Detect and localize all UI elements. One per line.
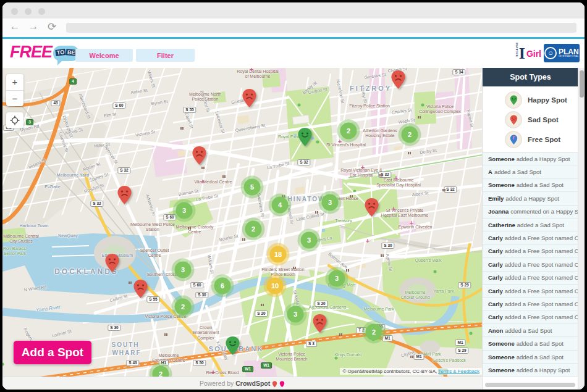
spot-cluster-marker[interactable]: 10	[267, 278, 284, 294]
spot-cluster-marker[interactable]: 3	[329, 270, 345, 287]
sidebar-title: Spot Types	[483, 68, 578, 86]
window-zoom-button[interactable]	[38, 8, 45, 15]
feed-action: added a Sad Spot	[517, 181, 564, 188]
sad-pin-icon	[192, 146, 207, 166]
feed-item[interactable]: Someoneadded a Happy Spot	[483, 152, 578, 165]
sad-spot-marker[interactable]	[133, 279, 148, 302]
welcome-button[interactable]: Welcome	[75, 49, 133, 62]
sad-spot-marker[interactable]	[192, 146, 207, 169]
sad-pin-icon	[510, 115, 518, 125]
vertical-scrollbar-thumb[interactable]	[580, 70, 584, 98]
feed-item[interactable]: Catherineadded a Sad Spot	[483, 219, 578, 231]
feed-item[interactable]: Carlyadded a Free Spot named Carly	[483, 311, 578, 324]
feed-item[interactable]: Someoneadded a Sad Spot	[483, 351, 578, 364]
route-shield: S 29	[458, 282, 471, 288]
freetobe-logo[interactable]: FREETOBE	[10, 43, 79, 65]
spot-cluster-marker[interactable]: 5	[244, 179, 261, 196]
route-shield: 3	[26, 119, 33, 125]
feed-item[interactable]: Anonadded a Sad Spot	[483, 324, 578, 337]
feed-item[interactable]: Someoneadded a Happy Spot	[483, 364, 578, 377]
area-label: SOUTH	[112, 341, 140, 348]
feed-item[interactable]: Emilyadded a Happy Spot	[483, 192, 578, 205]
feed-item[interactable]: Carlyadded a Free Spot named Carly	[483, 298, 578, 311]
locate-button[interactable]	[6, 112, 23, 128]
happy-pin-icon	[297, 127, 313, 148]
feed-item[interactable]: Carlyadded a Free Spot named Carly	[483, 231, 578, 244]
feed-action: added a Sad Spot	[494, 169, 541, 175]
hospital-cross-icon: +	[338, 138, 342, 144]
spot-cluster-marker[interactable]: 4	[272, 197, 289, 214]
route-shield: S 55	[183, 107, 196, 113]
logo-free-text: FREE	[10, 43, 52, 61]
sad-spot-marker[interactable]	[104, 253, 120, 276]
feed-item[interactable]: Carlyadded a Free Spot named Carly	[483, 245, 578, 258]
tram-stop-icon	[180, 127, 182, 130]
feed-item[interactable]: Someoneadded a Sad Spot	[483, 179, 578, 192]
feed-action: added a Happy Spot	[517, 367, 570, 373]
tram-stop-icon	[350, 195, 351, 198]
spot-cluster-marker[interactable]: 2	[402, 127, 418, 143]
sad-spot-marker[interactable]	[364, 198, 379, 220]
feed-item[interactable]: Joannacommented on a Happy Spot	[483, 206, 578, 219]
back-icon[interactable]: ←	[7, 20, 22, 33]
sad-spot-marker[interactable]	[242, 88, 257, 111]
zoom-out-button[interactable]: −	[6, 91, 23, 107]
place-label: East MelbourneSpecialist Day Hospital	[374, 178, 423, 188]
sad-spot-marker[interactable]	[312, 314, 327, 336]
spot-cluster-marker[interactable]: 2	[340, 123, 357, 140]
feed-item[interactable]: Aadded a Sad Spot	[483, 165, 578, 178]
sad-spot-marker[interactable]	[391, 70, 406, 93]
spot-cluster-marker[interactable]: 3	[287, 306, 304, 323]
window-titlebar	[2, 2, 585, 19]
forward-icon[interactable]: →	[26, 20, 41, 33]
crowdspot-pin-icon	[272, 381, 277, 388]
spot-cluster-marker[interactable]: 2	[366, 324, 382, 341]
legend-item-sad[interactable]: Sad Spot	[483, 110, 578, 130]
happy-spot-marker[interactable]	[225, 336, 240, 359]
feed-user: Carly	[488, 301, 503, 307]
spot-cluster-marker[interactable]: 2	[175, 299, 192, 315]
plan-globe-icon: ☺	[544, 47, 557, 59]
tram-stop-icon	[188, 227, 189, 230]
place-label: Gosch's Paddock	[425, 358, 473, 363]
happy-spot-icon	[505, 91, 522, 109]
reload-icon[interactable]: ⟳	[44, 20, 59, 33]
window-close-button[interactable]	[11, 8, 18, 15]
sad-spot-marker[interactable]	[117, 185, 132, 208]
map-canvas[interactable]: Grattan StArden StByron StVilliers StElm…	[2, 68, 482, 377]
happy-spot-marker[interactable]	[297, 127, 313, 150]
terms-feedback-link[interactable]: Terms & Feedback	[438, 369, 479, 374]
place-label: MelbourneExhibition Centre	[145, 353, 193, 364]
hospital-cross-icon: +	[211, 369, 215, 375]
route-shield: S 29	[455, 348, 468, 354]
zoom-in-button[interactable]: +	[6, 74, 23, 91]
street-label: Rosslyn St	[83, 183, 104, 194]
spot-cluster-marker[interactable]: 2	[245, 221, 262, 238]
window-minimize-button[interactable]	[25, 8, 32, 15]
feed-item[interactable]: Carlyadded a Free Spot named Carly	[483, 258, 578, 271]
spot-type-legend: Happy Spot Sad Spot F Free Spot	[483, 86, 578, 152]
spot-cluster-marker[interactable]: 3	[175, 262, 192, 278]
street-label: Batman Ave	[327, 252, 348, 270]
filter-button[interactable]: Filter	[136, 49, 195, 62]
address-bar[interactable]	[66, 23, 576, 33]
legend-item-happy[interactable]: Happy Spot	[483, 90, 578, 110]
spot-cluster-marker[interactable]: 3	[301, 232, 318, 249]
area-label: E-Gate	[44, 184, 61, 190]
spot-cluster-marker[interactable]: 6	[214, 278, 231, 294]
place-label: Melbourne Park	[355, 307, 403, 312]
spot-cluster-marker[interactable]: 3	[176, 202, 193, 219]
legend-item-free[interactable]: F Free Spot	[483, 130, 578, 149]
feed-item[interactable]: Carlyadded a Free Spot named Carly	[483, 272, 578, 285]
vertical-scrollbar-track[interactable]	[578, 68, 585, 390]
horizontal-scrollbar[interactable]	[485, 383, 575, 387]
street-label: Greeves St	[364, 72, 386, 80]
spot-cluster-marker[interactable]: 2	[153, 366, 169, 377]
route-shield: S 32	[117, 167, 130, 173]
feed-item[interactable]: Carlyadded a Free Spot named Carly	[483, 285, 578, 298]
feed-item[interactable]: Someoneadded a Sad Spot	[483, 337, 578, 350]
spot-cluster-marker[interactable]: 18	[270, 246, 287, 263]
add-spot-button[interactable]: Add a Spot	[14, 341, 91, 364]
street-label: Villiers St	[146, 70, 156, 88]
spot-cluster-marker[interactable]: 3	[322, 194, 339, 211]
